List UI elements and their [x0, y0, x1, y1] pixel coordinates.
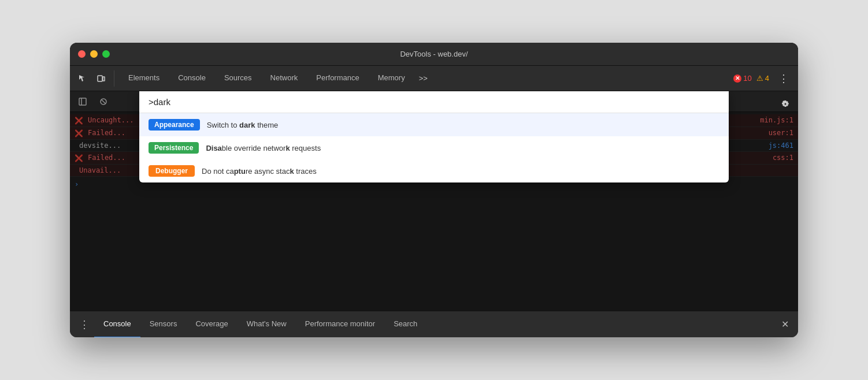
bottom-tabs: ⋮ Console Sensors Coverage What's New Pe…: [70, 311, 798, 337]
more-tabs-button[interactable]: >>: [414, 74, 432, 83]
close-button[interactable]: [78, 50, 86, 58]
svg-rect-0: [98, 76, 102, 81]
more-options-button[interactable]: ⋮: [774, 72, 793, 85]
tab-sources[interactable]: Sources: [215, 66, 261, 91]
result-persistence[interactable]: Persistence Disable override network req…: [139, 136, 729, 159]
device-toggle-icon[interactable]: [93, 70, 109, 87]
titlebar: DevTools - web.dev/: [70, 43, 798, 66]
debugger-badge: Debugger: [149, 165, 195, 177]
tab-memory[interactable]: Memory: [369, 66, 414, 91]
command-menu-overlay: Appearance Switch to dark theme Persiste…: [70, 91, 798, 311]
bottom-tab-search[interactable]: Search: [384, 311, 426, 338]
toolbar-right: ✕ 10 ⚠ 4 ⋮: [733, 72, 793, 85]
bottom-tab-coverage[interactable]: Coverage: [186, 311, 237, 338]
svg-rect-1: [103, 77, 105, 81]
tab-console[interactable]: Console: [169, 66, 215, 91]
persistence-text: Disable override network requests: [206, 144, 321, 152]
bottom-tab-performance-monitor[interactable]: Performance monitor: [296, 311, 384, 338]
result-appearance[interactable]: Appearance Switch to dark theme: [139, 113, 729, 136]
appearance-badge: Appearance: [149, 119, 200, 131]
bottom-tab-console[interactable]: Console: [94, 311, 140, 338]
warning-icon: ⚠: [756, 74, 763, 83]
command-results: Appearance Switch to dark theme Persiste…: [139, 113, 729, 182]
tab-performance[interactable]: Performance: [307, 66, 368, 91]
debugger-text: Do not capture async stack traces: [202, 167, 317, 176]
command-input-row: [139, 91, 729, 113]
bottom-tab-whats-new[interactable]: What's New: [238, 311, 296, 338]
minimize-button[interactable]: [90, 50, 98, 58]
error-icon: ✕: [733, 74, 741, 83]
bottom-tab-sensors[interactable]: Sensors: [140, 311, 187, 338]
devtools-window: DevTools - web.dev/ Elements Console: [70, 43, 798, 337]
persistence-badge: Persistence: [149, 142, 199, 154]
tab-network[interactable]: Network: [261, 66, 307, 91]
close-bottom-tabs-button[interactable]: ✕: [777, 319, 793, 330]
main-toolbar: Elements Console Sources Network Perform…: [70, 66, 798, 91]
command-input[interactable]: [149, 97, 719, 107]
settings-button[interactable]: [777, 96, 793, 112]
bottom-tabs-more-button[interactable]: ⋮: [75, 318, 94, 331]
maximize-button[interactable]: [102, 50, 110, 58]
tab-elements[interactable]: Elements: [119, 66, 169, 91]
toolbar-icons: [75, 70, 114, 87]
console-area: Appearance Switch to dark theme Persiste…: [70, 91, 798, 311]
error-count[interactable]: ✕ 10: [733, 74, 751, 83]
appearance-text: Switch to dark theme: [207, 121, 279, 129]
command-menu: Appearance Switch to dark theme Persiste…: [139, 91, 729, 182]
window-title: DevTools - web.dev/: [400, 50, 468, 58]
warning-count[interactable]: ⚠ 4: [756, 74, 769, 83]
inspect-icon[interactable]: [75, 70, 91, 87]
main-content: Appearance Switch to dark theme Persiste…: [70, 91, 798, 311]
traffic-lights: [78, 50, 110, 58]
result-debugger[interactable]: Debugger Do not capture async stack trac…: [139, 159, 729, 182]
main-tabs: Elements Console Sources Network Perform…: [119, 66, 733, 91]
